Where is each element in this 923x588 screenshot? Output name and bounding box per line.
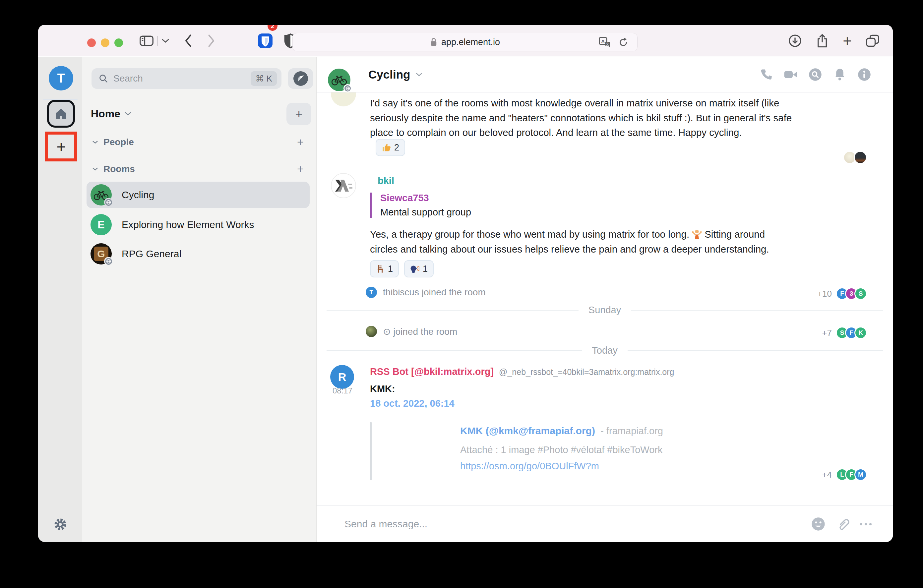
extension-badge: 2 <box>268 25 278 31</box>
public-room-badge <box>104 257 113 266</box>
add-people-button[interactable]: + <box>297 136 304 148</box>
url-text: app.element.io <box>441 37 500 48</box>
annotation-highlight <box>45 131 77 161</box>
notifications-bell-icon[interactable] <box>833 67 847 82</box>
read-receipt-avatar: K <box>854 327 867 339</box>
toolbar-separator <box>157 25 158 56</box>
room-search-icon[interactable] <box>808 67 823 82</box>
preview-description: Attaché : 1 image #Photo #vélotaf #bikeT… <box>460 445 663 455</box>
day-divider: Sunday <box>327 305 883 315</box>
event-text: ⊙ joined the room <box>383 326 457 337</box>
shrug-emoji <box>691 229 703 240</box>
event-avatar[interactable]: T <box>366 287 377 298</box>
url-bar[interactable]: app.element.io A文 <box>292 33 637 51</box>
speaking-head-emoji <box>410 264 419 273</box>
room-title[interactable]: Cycling <box>368 68 410 81</box>
reload-icon[interactable] <box>618 37 629 48</box>
event-avatar[interactable] <box>366 326 377 337</box>
forward-button[interactable] <box>205 25 218 56</box>
lambda-logo <box>335 179 352 192</box>
space-panel: T + <box>38 57 82 542</box>
back-button[interactable] <box>181 25 195 56</box>
reply-quote[interactable]: Siewca753 Mental support group <box>370 192 471 218</box>
quote-bar <box>370 422 372 480</box>
message-timeline[interactable]: I'd say it's one of the rooms with most … <box>317 92 893 506</box>
search-icon <box>99 74 108 83</box>
read-receipt-avatar <box>854 151 867 164</box>
explore-rooms-button[interactable] <box>288 68 313 89</box>
sender-name[interactable]: bkil <box>378 175 394 186</box>
reaction-pill[interactable]: 1 <box>404 260 434 278</box>
emoji-picker-icon[interactable] <box>811 517 826 531</box>
share-icon[interactable] <box>816 33 829 48</box>
message-composer[interactable]: Send a message... <box>317 506 893 542</box>
close-window-button[interactable] <box>87 38 96 47</box>
reaction-pill[interactable]: 2 <box>376 139 405 156</box>
date-link[interactable]: 18 oct. 2022, 06:14 <box>370 398 455 409</box>
user-avatar[interactable]: T <box>49 66 73 90</box>
preview-image[interactable] <box>382 425 449 475</box>
room-header-avatar[interactable] <box>328 69 350 91</box>
message-sender-avatar[interactable] <box>331 92 356 107</box>
reaction-count: 2 <box>394 143 399 153</box>
room-name: Cycling <box>122 189 154 200</box>
room-avatar-bicycle <box>90 184 112 205</box>
chat-panel: Cycling I'd say it's one of the rooms wi… <box>317 57 893 542</box>
read-receipt-avatar: S <box>854 287 867 300</box>
minimize-window-button[interactable] <box>101 38 109 47</box>
membership-event: ⊙ joined the room <box>366 326 457 337</box>
sender-name[interactable]: RSS Bot [@bkil:matrix.org] <box>370 366 494 377</box>
browser-toolbar: 2 app.element.io A文 + <box>38 25 893 56</box>
read-receipt-avatar: M <box>854 468 867 481</box>
home-space-button[interactable] <box>47 100 75 128</box>
translate-icon[interactable]: A文 <box>599 37 611 48</box>
reaction-pill[interactable]: 1 <box>370 260 399 278</box>
svg-text:A: A <box>601 38 605 44</box>
video-call-icon[interactable] <box>783 67 798 82</box>
reaction-count: 1 <box>423 264 428 274</box>
room-item-exploring[interactable]: E Exploring how Element Works <box>87 212 310 238</box>
rooms-section-header[interactable]: Rooms <box>92 163 135 176</box>
bitwarden-extension-icon[interactable]: 2 <box>257 25 274 56</box>
more-options-icon[interactable] <box>860 523 872 526</box>
message-text: I'd say it's one of the rooms with most … <box>370 96 799 140</box>
add-room-header-button[interactable]: + <box>286 103 311 125</box>
preview-domain: - framapiaf.org <box>600 425 663 436</box>
tab-overview-icon[interactable] <box>866 34 880 48</box>
room-list-panel: Search ⌘ K Home + People + Rooms + <box>82 57 317 542</box>
search-input[interactable]: Search ⌘ K <box>92 68 281 89</box>
composer-placeholder[interactable]: Send a message... <box>345 518 427 530</box>
browser-window: 2 app.element.io A文 + T <box>38 25 893 542</box>
voice-call-icon[interactable] <box>759 67 774 82</box>
add-rooms-button[interactable]: + <box>297 163 304 175</box>
url-preview-card[interactable]: KMK (@kmk@framapiaf.org) - framapiaf.org… <box>370 422 663 480</box>
chevron-down-icon[interactable] <box>124 112 131 116</box>
new-tab-button[interactable]: + <box>843 33 852 48</box>
chair-emoji <box>376 264 384 273</box>
sidebar-chevron-icon[interactable] <box>160 25 171 56</box>
event-text: thibiscus joined the room <box>383 287 486 298</box>
home-icon <box>55 107 67 120</box>
message-sender-avatar[interactable]: R <box>330 365 354 389</box>
zoom-window-button[interactable] <box>114 38 123 47</box>
sidebar-toggle-icon[interactable] <box>138 25 155 56</box>
message-sender-avatar[interactable] <box>331 173 356 198</box>
room-info-icon[interactable] <box>857 67 872 82</box>
preview-title-link[interactable]: KMK (@kmk@framapiaf.org) <box>460 425 595 436</box>
settings-gear-icon[interactable] <box>53 517 68 533</box>
reply-author: Siewca753 <box>380 192 471 204</box>
membership-event: T thibiscus joined the room <box>366 287 486 298</box>
room-item-cycling[interactable]: Cycling <box>87 182 310 208</box>
people-section-header[interactable]: People <box>92 136 134 149</box>
day-divider: Today <box>327 345 883 356</box>
downloads-icon[interactable] <box>788 34 801 48</box>
reply-text: Mental support group <box>380 207 471 218</box>
preview-url-link[interactable]: https://osm.org/go/0BOUlFfW?m <box>460 461 663 471</box>
attachment-icon[interactable] <box>836 517 849 531</box>
read-receipts: +7 S F K <box>822 327 867 339</box>
room-item-rpg[interactable]: G RPG General <box>87 241 310 267</box>
room-header: Cycling <box>317 57 893 92</box>
chevron-down-icon[interactable] <box>416 72 423 77</box>
lock-icon <box>430 38 437 47</box>
space-name-header[interactable]: Home <box>91 108 120 120</box>
